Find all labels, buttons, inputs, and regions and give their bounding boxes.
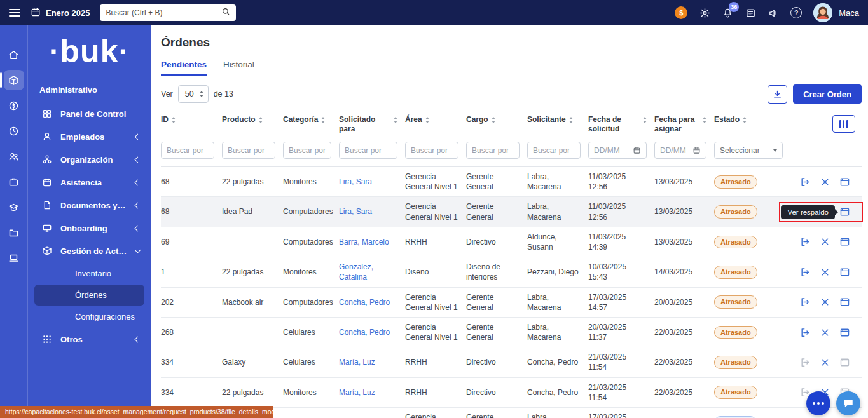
filter-date-fecha-de-solicitud[interactable]: DD/MM: [588, 142, 647, 159]
view-backup-icon[interactable]: [839, 177, 850, 187]
cell-estado: A tiempo: [714, 412, 790, 418]
column-header-label: Solicitante: [527, 115, 566, 125]
avatar[interactable]: [813, 3, 832, 22]
column-settings-button[interactable]: [832, 115, 855, 133]
view-backup-icon[interactable]: [839, 327, 850, 338]
status-badge: Atrasado: [714, 236, 757, 249]
announcements-icon[interactable]: [768, 7, 779, 18]
users-icon[interactable]: [4, 146, 24, 166]
assign-icon[interactable]: [800, 267, 811, 278]
calendar-icon: [692, 146, 701, 154]
document-icon[interactable]: [745, 7, 756, 18]
cell-id: 334: [161, 383, 222, 402]
download-button[interactable]: [768, 85, 787, 104]
view-backup-icon[interactable]: [839, 357, 850, 368]
view-backup-icon[interactable]: [839, 236, 850, 247]
view-backup-icon[interactable]: [839, 267, 850, 278]
assign-icon[interactable]: [800, 297, 811, 307]
sidebar-item-organizacion[interactable]: Organización: [28, 148, 151, 171]
solicitado-para-link[interactable]: Lira, Sara: [339, 177, 372, 186]
column-header-id[interactable]: ID: [161, 115, 222, 125]
solicitado-para-link[interactable]: Concha, Pedro: [339, 328, 390, 337]
filter-select-estado[interactable]: Seleccionar: [714, 142, 783, 159]
briefcase-icon[interactable]: [4, 172, 24, 192]
create-order-button[interactable]: Crear Orden: [793, 84, 862, 104]
notifications-icon[interactable]: 36: [722, 7, 733, 18]
sidebar-item-documentos-y-firma[interactable]: Documentos y Firma: [28, 194, 151, 217]
filter-input-producto[interactable]: [222, 142, 275, 159]
sidebar-item-gestion-de-activos[interactable]: Gestión de Activos: [28, 239, 151, 262]
assign-icon[interactable]: [800, 357, 811, 368]
column-header-fecha-para-asignar[interactable]: Fecha para asignar: [654, 115, 714, 134]
column-header-label: Fecha de solicitud: [588, 115, 640, 134]
column-header-label: Solicitado para: [339, 115, 390, 134]
period-selector[interactable]: Enero 2025: [31, 7, 90, 19]
box-icon[interactable]: [4, 70, 24, 90]
coin-icon[interactable]: [4, 95, 24, 116]
column-header-area[interactable]: Área: [405, 115, 466, 125]
sidebar-item-otros[interactable]: Otros: [28, 328, 151, 351]
chat-button[interactable]: [836, 391, 860, 415]
solicitado-para-link[interactable]: Lira, Sara: [339, 207, 372, 216]
view-backup-icon[interactable]: [839, 297, 850, 307]
cell-area: Diseño: [405, 262, 466, 281]
solicitado-para-link[interactable]: Gonzalez, Catalina: [339, 262, 373, 281]
cancel-icon[interactable]: [820, 236, 830, 247]
filter-input-categoria[interactable]: [283, 142, 331, 159]
cancel-icon[interactable]: [820, 267, 830, 278]
page-size-value: 50: [185, 90, 194, 98]
home-icon[interactable]: [4, 44, 24, 65]
page-size-select[interactable]: 50: [178, 85, 209, 103]
sidebar-subitem-configuraciones[interactable]: Configuraciones: [34, 306, 144, 327]
row-actions: [790, 257, 862, 287]
assign-icon[interactable]: [800, 177, 811, 187]
sidebar-subitem-inventario[interactable]: Inventario: [34, 263, 144, 284]
settings-icon[interactable]: [699, 7, 710, 18]
sidebar-item-panel-de-control[interactable]: Panel de Control: [28, 102, 151, 125]
solicitado-para-link[interactable]: Concha, Pedro: [339, 298, 390, 307]
column-header-solicitado-para[interactable]: Solicitado para: [339, 115, 405, 134]
tab-pendientes[interactable]: Pendientes: [161, 60, 207, 76]
coins-icon[interactable]: $: [675, 6, 687, 19]
search-icon[interactable]: [221, 7, 230, 18]
solicitado-para-link[interactable]: María, Luz: [339, 388, 375, 397]
cancel-icon[interactable]: [820, 327, 830, 338]
floating-buttons: [806, 391, 860, 415]
assign-icon[interactable]: [800, 236, 811, 247]
search-input[interactable]: [106, 8, 217, 17]
help-icon[interactable]: ?: [790, 7, 802, 18]
cap-icon[interactable]: [4, 197, 24, 217]
column-header-fecha-de-solicitud[interactable]: Fecha de solicitud: [588, 115, 654, 134]
filter-input-solicitado-para[interactable]: [339, 142, 397, 159]
cell-categoria: Monitores: [283, 172, 339, 191]
folder-icon[interactable]: [4, 222, 24, 243]
filter-input-id[interactable]: [161, 142, 214, 159]
filter-input-solicitante[interactable]: [527, 142, 581, 159]
sidebar-item-empleados[interactable]: Empleados: [28, 125, 151, 148]
menu-icon[interactable]: [9, 9, 20, 17]
column-header-estado[interactable]: Estado: [714, 115, 790, 125]
grid-icon: [42, 109, 52, 119]
cancel-icon[interactable]: [820, 297, 830, 307]
cell-estado: Atrasado: [714, 291, 790, 313]
tab-historial[interactable]: Historial: [223, 60, 254, 76]
filter-date-fecha-para-asignar[interactable]: DD/MM: [654, 142, 706, 159]
sidebar-item-onboarding[interactable]: Onboarding: [28, 217, 151, 239]
column-header-cargo[interactable]: Cargo: [466, 115, 527, 125]
main-content: Órdenes Pendientes Historial Ver 50 de 1…: [151, 25, 868, 418]
quick-actions-button[interactable]: [806, 391, 830, 415]
laptop-icon[interactable]: [4, 248, 24, 268]
solicitado-para-link[interactable]: María, Luz: [339, 358, 375, 367]
cancel-icon[interactable]: [820, 177, 830, 187]
cancel-icon[interactable]: [820, 357, 830, 368]
filter-input-area[interactable]: [405, 142, 458, 159]
solicitado-para-link[interactable]: Barra, Marcelo: [339, 238, 389, 246]
column-header-categoria[interactable]: Categoría: [283, 115, 339, 125]
clock-icon[interactable]: [4, 121, 24, 141]
filter-input-cargo[interactable]: [466, 142, 520, 159]
column-header-solicitante[interactable]: Solicitante: [527, 115, 588, 125]
column-header-producto[interactable]: Producto: [222, 115, 283, 125]
assign-icon[interactable]: [800, 327, 811, 338]
sidebar-subitem-ordenes[interactable]: Órdenes: [34, 285, 144, 306]
sidebar-item-asistencia[interactable]: Asistencia: [28, 171, 151, 194]
